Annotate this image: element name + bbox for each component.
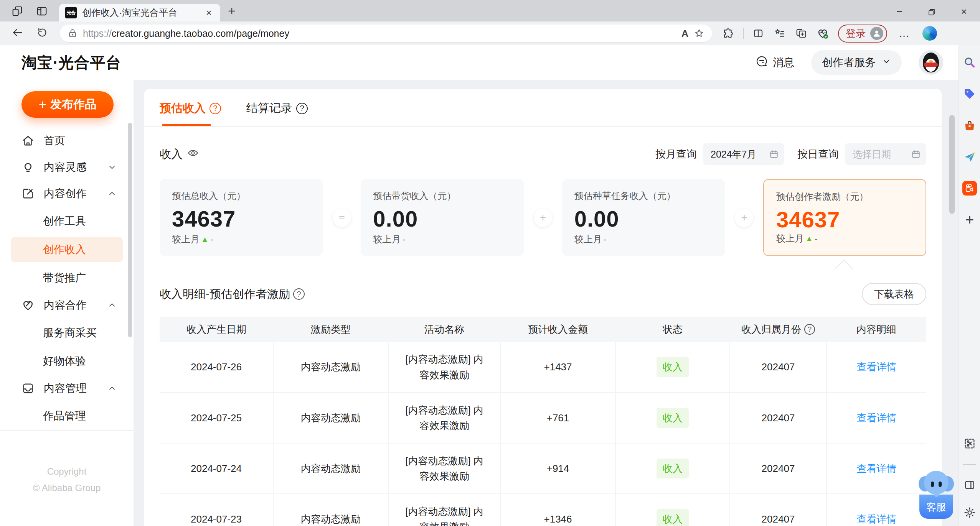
window-restore-button[interactable] (916, 6, 948, 18)
refresh-button[interactable] (31, 27, 53, 40)
messages-button[interactable]: 消息 (755, 55, 794, 71)
tab-close-icon[interactable]: × (204, 7, 214, 19)
sidebar-item-goods-experience[interactable]: 好物体验 (11, 348, 123, 374)
cell-activity: [内容动态激励] 内容效果激励 (388, 494, 500, 526)
search-icon[interactable] (962, 55, 977, 70)
sidebar-item-cooperation[interactable]: 内容合作 (0, 292, 134, 319)
sidebar-item-creation-tools[interactable]: 创作工具 (11, 209, 123, 234)
col-header-action: 内容明细 (827, 317, 926, 342)
view-details-link[interactable]: 查看详情 (857, 513, 897, 525)
sidebar-item-creation[interactable]: 内容创作 (0, 181, 134, 207)
cell-date: 2024-07-26 (160, 342, 273, 393)
window-close-button[interactable]: × (948, 6, 980, 18)
chevron-up-icon[interactable] (107, 189, 117, 198)
lock-icon (68, 28, 78, 38)
view-details-link[interactable]: 查看详情 (857, 361, 897, 373)
trend-up-icon: ▲ (805, 234, 813, 243)
shopping-tag-icon[interactable] (962, 87, 977, 101)
workspaces-icon[interactable] (12, 5, 23, 17)
help-icon[interactable]: ? (293, 288, 305, 300)
content-card: 预估收入 … ? 结算记录 ? 收入 按月查询 (144, 89, 942, 526)
copilot-icon[interactable] (922, 26, 937, 41)
site-logo[interactable]: 淘宝·光合平台 (21, 52, 121, 73)
col-header-status: 状态 (615, 317, 730, 342)
tab-estimated-income[interactable]: 预估收入 … ? (160, 100, 221, 126)
status-badge: 收入 (657, 509, 689, 526)
sidebar-item-creation-income[interactable]: 创作收入 (11, 237, 123, 262)
tab-settlement-records[interactable]: 结算记录 ? (246, 100, 308, 126)
settings-gear-icon[interactable] (962, 505, 977, 520)
cell-action: 查看详情 (827, 494, 926, 526)
new-tab-button[interactable]: + (220, 3, 236, 21)
cell-action: 查看详情 (827, 393, 926, 443)
url-scheme: https:// (83, 28, 112, 39)
split-screen-icon[interactable] (749, 28, 767, 39)
cell-type: 内容动态激励 (273, 494, 388, 526)
chevron-up-icon[interactable] (107, 384, 117, 393)
collections-icon[interactable] (792, 28, 810, 39)
send-plane-icon[interactable] (962, 150, 977, 164)
sidebar-item-promotion[interactable]: 带货推广 (11, 265, 123, 291)
sidebar-panel-icon[interactable] (962, 478, 977, 492)
favorite-star-icon[interactable] (694, 28, 704, 39)
kuaishou-icon[interactable] (962, 181, 977, 196)
browser-window: 光合 创作收入·淘宝光合平台 × + − × https://creator.g… (0, 0, 980, 526)
read-aloud-icon[interactable]: A (681, 28, 688, 39)
stat-value: 34637 (172, 206, 310, 232)
browser-menu-icon[interactable]: … (893, 27, 916, 39)
toolbar-divider (743, 28, 744, 39)
stat-card-creator-incentive[interactable]: 预估创作者激励（元） 34637 较上月▲- (763, 179, 926, 256)
table-row: 2024-07-25 内容动态激励 [内容动态激励] 内容效果激励 +761 收… (160, 393, 926, 443)
browser-tab[interactable]: 光合 创作收入·淘宝光合平台 × (59, 4, 220, 21)
screenshot-icon[interactable] (962, 436, 977, 451)
stat-card-sales-income: 预估带货收入（元） 0.00 较上月- (361, 179, 524, 256)
creator-service-dropdown[interactable]: 创作者服务 (811, 50, 902, 75)
sidebar-item-works-management[interactable]: 作品管理 (11, 403, 123, 429)
status-badge: 收入 (657, 408, 689, 428)
favorites-list-icon[interactable] (770, 28, 789, 39)
back-button[interactable] (7, 26, 28, 40)
cell-type: 内容动态激励 (273, 342, 388, 393)
browser-essentials-icon[interactable] (813, 27, 832, 39)
sidebar-item-service-purchase[interactable]: 服务商采买 (11, 320, 123, 345)
sidebar-item-management[interactable]: 内容管理 (0, 375, 134, 402)
cell-status: 收入 (615, 393, 730, 443)
publish-work-button[interactable]: + 发布作品 (21, 91, 114, 118)
download-table-button[interactable]: 下载表格 (862, 283, 926, 305)
copyright-line1: Copyright (0, 463, 134, 480)
help-icon[interactable]: ? (210, 103, 221, 114)
add-sidebar-item-icon[interactable]: + (965, 212, 974, 227)
help-icon[interactable]: ? (296, 103, 308, 114)
view-details-link[interactable]: 查看详情 (857, 412, 897, 424)
chevron-down-icon[interactable] (107, 163, 117, 172)
stat-card-total-income: 预估总收入（元） 34637 较上月▲- (160, 179, 323, 256)
eye-icon[interactable] (187, 147, 199, 161)
edit-square-icon (21, 187, 35, 200)
address-bar[interactable]: https://creator.guanghe.taobao.com/page/… (60, 25, 712, 42)
sidebar-footer: Copyright © Alibaba Group (0, 430, 134, 526)
help-icon[interactable]: ? (804, 324, 815, 335)
toolbox-icon[interactable] (962, 118, 977, 133)
tab-actions-icon[interactable] (36, 5, 48, 17)
month-filter: 按月查询 (655, 143, 784, 165)
customer-service-widget[interactable]: 客服 (919, 471, 953, 519)
tabs-divider (144, 126, 942, 127)
cell-amount: +914 (500, 443, 615, 494)
login-button[interactable]: 登录 (838, 25, 887, 43)
view-details-link[interactable]: 查看详情 (857, 463, 897, 474)
extensions-icon[interactable] (719, 28, 737, 39)
equals-operator: = (333, 209, 351, 227)
url-text[interactable]: https://creator.guanghe.taobao.com/page/… (83, 28, 676, 39)
chevron-up-icon[interactable] (107, 301, 117, 310)
heart-hand-icon (21, 299, 35, 312)
income-detail-table: 收入产生日期 激励类型 活动名称 预计收入金额 状态 收入归属月份? 内容明细 … (160, 317, 926, 526)
user-avatar[interactable] (919, 50, 943, 75)
cell-amount: +1346 (500, 494, 615, 526)
browser-toolbar: https://creator.guanghe.taobao.com/page/… (0, 21, 980, 45)
sidebar-item-home[interactable]: 首页 (0, 128, 134, 154)
page-scrollbar[interactable] (949, 115, 955, 214)
sidebar-scrollbar[interactable] (128, 123, 132, 337)
plus-icon: + (39, 97, 46, 112)
window-minimize-button[interactable]: − (883, 6, 916, 18)
sidebar-item-inspiration[interactable]: 内容灵感 (0, 154, 134, 181)
